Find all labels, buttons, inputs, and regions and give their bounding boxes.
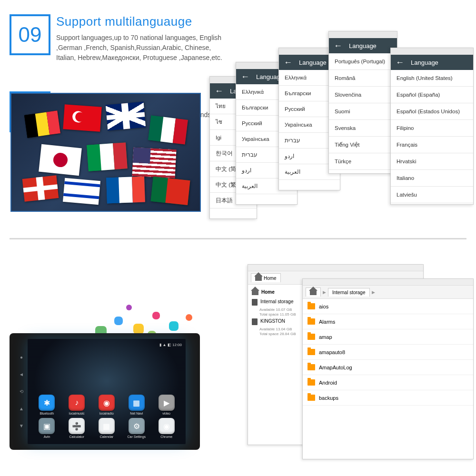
lang-option[interactable]: Français — [391, 137, 473, 153]
lang-header-title: Language — [299, 59, 327, 66]
fm-folder-row[interactable]: Android — [303, 375, 473, 390]
back-arrow-icon[interactable]: ← — [396, 58, 404, 68]
folder-icon — [307, 364, 315, 370]
lang-option[interactable]: Suomi — [329, 103, 397, 120]
home-icon — [252, 289, 258, 295]
folder-icon — [307, 395, 315, 401]
lang-window-4: ←Language Português (Portugal)RomânăSlov… — [328, 31, 397, 174]
home-icon — [310, 289, 317, 295]
fm-side-kingston[interactable]: KINGSTON — [251, 317, 307, 327]
fm-folder-row[interactable]: backups — [303, 390, 473, 406]
app-icon: ◉ — [99, 395, 115, 411]
lang-option[interactable]: Filipino — [391, 120, 473, 137]
app-calendar[interactable]: ▦Calendar — [93, 418, 120, 438]
app-calculator[interactable]: ➗Calculator — [63, 418, 90, 438]
app-label: Calendar — [100, 435, 113, 438]
lang-option[interactable]: Português (Portugal) — [329, 53, 397, 70]
fm-internal-avail: Available 10.07 GB — [251, 307, 307, 312]
lang-option[interactable]: Tiếng Việt — [329, 137, 397, 153]
lang-option[interactable]: Español (Estados Unidos) — [391, 103, 473, 120]
fm-kingston-total: Total space 28.84 GB — [251, 332, 307, 337]
app-icon: ▶ — [159, 395, 175, 411]
lang-list-5: English (United States)Español (España)E… — [391, 70, 473, 203]
fm-tab-internal[interactable]: Internal storage — [328, 288, 370, 297]
folder-name: Alarms — [319, 319, 335, 325]
app-chrome[interactable]: ◉Chrome — [153, 418, 180, 438]
app-label: localradio — [99, 412, 114, 415]
fm-kingston-avail: Available 13.04 GB — [251, 327, 307, 332]
fm-tab-home[interactable]: Home — [251, 273, 281, 282]
app-localmusic[interactable]: ♪localmusic — [63, 395, 90, 415]
home-icon — [255, 275, 262, 281]
fm-internal-total: Total space 11.05 GB — [251, 312, 307, 317]
lang-window-5: ←Language English (United States)Español… — [390, 48, 474, 205]
back-arrow-icon[interactable]: ← — [215, 86, 223, 96]
app-grid: ✱Bluetooth♪localmusic◉localradio▦Net Nav… — [33, 395, 180, 438]
fm-folder-row[interactable]: amap — [303, 329, 473, 345]
flags-image — [10, 93, 201, 212]
folder-icon — [307, 318, 315, 325]
storage-icon — [252, 318, 258, 325]
lang-option[interactable]: English (United States) — [391, 70, 473, 87]
lang-option[interactable]: Svenska — [329, 120, 397, 137]
app-icon: ✱ — [39, 395, 55, 411]
fm-folder-row[interactable]: AmapAutoLog — [303, 360, 473, 375]
folder-name: aios — [319, 304, 328, 309]
lang-option[interactable]: Italiano — [391, 170, 473, 187]
app-label: localmusic — [69, 412, 85, 415]
fm-side-internal[interactable]: Internal storage — [251, 297, 307, 307]
app-icon: ◉ — [159, 418, 175, 434]
language-windows: ←Language ไทยไซIgi한국어中文 (简体)中文 (繁體)日本語 ←… — [209, 14, 476, 219]
app-car-settings[interactable]: ⚙Car Settings — [123, 418, 150, 438]
folder-icon — [307, 334, 315, 340]
folder-name: backups — [319, 395, 338, 401]
lang-option[interactable]: Română — [329, 70, 397, 87]
app-localradio[interactable]: ◉localradio — [93, 395, 120, 415]
app-icon: ➗ — [69, 418, 85, 434]
app-label: Chrome — [160, 435, 172, 438]
section-1-desc: Support languages,up to 70 national lang… — [56, 33, 232, 63]
app-label: Car Settings — [128, 435, 146, 438]
storage-icon — [252, 299, 258, 306]
app-video[interactable]: ▶video — [153, 395, 180, 415]
app-bluetooth[interactable]: ✱Bluetooth — [33, 395, 60, 415]
fm-folder-row[interactable]: aios — [303, 299, 473, 314]
app-label: Avin — [44, 435, 50, 438]
lang-option[interactable]: Español (España) — [391, 87, 473, 103]
fm-sidebar: Home Internal storage Available 10.07 GB… — [248, 285, 310, 445]
fm-folder-row[interactable]: amapauto8 — [303, 345, 473, 360]
back-arrow-icon[interactable]: ← — [334, 41, 342, 51]
lang-list-4: Português (Portugal)RomânăSlovenčinaSuom… — [329, 53, 397, 170]
fm-side-home[interactable]: Home — [251, 288, 307, 297]
app-avin[interactable]: ▣Avin — [33, 418, 60, 438]
tablet-hw-buttons: ●◄⟲▲▼ — [18, 339, 25, 444]
app-label: Calculator — [69, 435, 84, 438]
app-icon: ▣ — [39, 418, 55, 434]
tablet-screen: ▮ ▲ ◧ 12:00 ✱Bluetooth♪localmusic◉localr… — [28, 339, 186, 444]
app-icon: ▦ — [129, 395, 145, 411]
fm-folder-row[interactable]: Alarms — [303, 314, 473, 329]
folder-name: Android — [319, 380, 337, 386]
app-icon: ♪ — [69, 395, 85, 411]
app-icon: ⚙ — [129, 418, 145, 434]
fm-window-front: ▶ Internal storage ▶ aiosAlarmsamapamapa… — [302, 278, 474, 459]
app-icon: ▦ — [99, 418, 115, 434]
lang-option[interactable]: Türkçe — [329, 153, 397, 170]
lang-option[interactable]: Latviešu — [391, 187, 473, 203]
fm-tab-home[interactable] — [306, 288, 321, 297]
folder-name: amap — [319, 334, 332, 340]
folder-icon — [307, 349, 315, 355]
lang-header-title: Language — [349, 42, 377, 50]
lang-option[interactable]: Slovenčina — [329, 87, 397, 103]
android-tablet: ●◄⟲▲▼ ▮ ▲ ◧ 12:00 ✱Bluetooth♪localmusic◉… — [10, 333, 200, 450]
file-manager-windows: Home Home Internal storage Available 10.… — [248, 264, 476, 464]
lang-option[interactable]: Hrvatski — [391, 153, 473, 170]
back-arrow-icon[interactable]: ← — [284, 58, 292, 68]
app-label: Bluetooth — [40, 412, 54, 415]
app-label: Net Navi — [130, 412, 143, 415]
app-label: video — [162, 412, 170, 415]
lang-header-title: Language — [411, 59, 438, 66]
fm-folder-list: aiosAlarmsamapamapauto8AmapAutoLogAndroi… — [303, 299, 473, 459]
app-net-navi[interactable]: ▦Net Navi — [123, 395, 150, 415]
back-arrow-icon[interactable]: ← — [241, 72, 249, 82]
